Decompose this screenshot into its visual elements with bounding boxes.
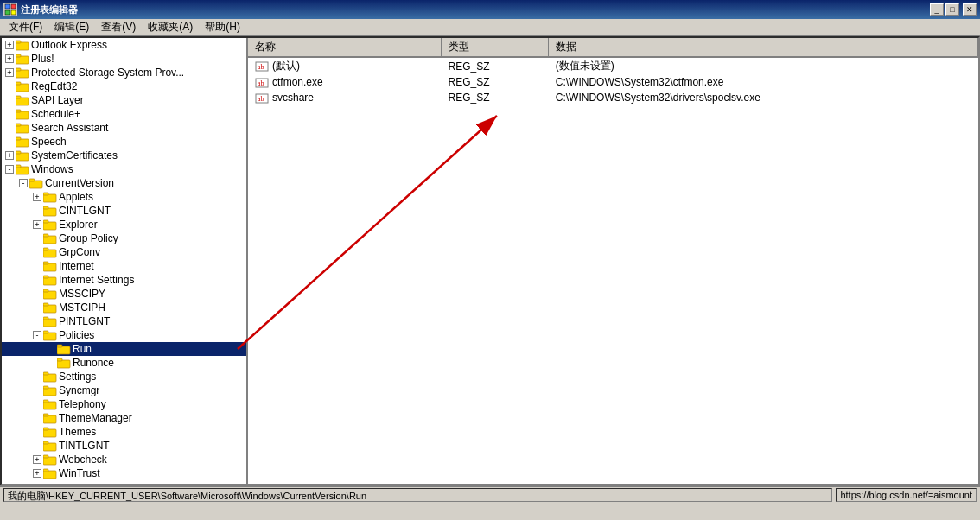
tree-item-applets[interactable]: + Applets bbox=[2, 190, 246, 204]
svg-rect-16 bbox=[16, 125, 29, 133]
tree-item-run[interactable]: Run bbox=[2, 342, 246, 356]
svg-rect-15 bbox=[16, 110, 21, 112]
folder-icon-msscipy bbox=[43, 288, 57, 300]
expand-spacer-cintlgnt bbox=[33, 206, 41, 215]
tree-item-internet[interactable]: Internet bbox=[2, 259, 246, 273]
tree-label-tintlgnt: TINTLGNT bbox=[59, 440, 110, 452]
tree-item-themes[interactable]: Themes bbox=[2, 425, 246, 439]
svg-rect-20 bbox=[16, 153, 29, 161]
svg-rect-38 bbox=[43, 277, 56, 285]
tree-label-policies: Policies bbox=[59, 329, 94, 341]
reg-name: ab (默认) bbox=[248, 57, 442, 75]
expand-btn-currentversion[interactable]: - bbox=[19, 179, 28, 187]
table-row[interactable]: ab ctfmon.exeREG_SZC:\WINDOWS\System32\c… bbox=[248, 75, 978, 91]
tree-item-policies[interactable]: - Policies bbox=[2, 328, 246, 342]
menu-favorites[interactable]: 收藏夹(A) bbox=[143, 18, 198, 36]
tree-label-outlook: Outlook Express bbox=[31, 39, 107, 51]
expand-btn-policies[interactable]: - bbox=[33, 331, 41, 339]
tree-item-syncmgr[interactable]: Syncmgr bbox=[2, 384, 246, 397]
tree-label-applets: Applets bbox=[59, 191, 93, 203]
tree-item-protected[interactable]: + Protected Storage System Prov... bbox=[2, 66, 246, 79]
expand-spacer-grouppolicy bbox=[33, 234, 41, 243]
expand-spacer-scheduleplus bbox=[5, 110, 14, 118]
tree-item-pintlgnt[interactable]: PINTLGNT bbox=[2, 314, 246, 328]
expand-btn-plus[interactable]: + bbox=[5, 54, 14, 63]
tree-item-plus[interactable]: + Plus! bbox=[2, 52, 246, 66]
reg-type: REG_SZ bbox=[442, 90, 549, 105]
folder-icon-systemcerts bbox=[16, 149, 29, 162]
svg-rect-5 bbox=[16, 41, 21, 43]
tree-item-mstciph[interactable]: MSTCIPH bbox=[2, 301, 246, 314]
col-data[interactable]: 数据 bbox=[549, 38, 978, 57]
expand-spacer-searchassistant bbox=[5, 124, 14, 132]
expand-btn-windows[interactable]: - bbox=[5, 165, 14, 174]
maximize-button[interactable]: □ bbox=[945, 3, 959, 16]
svg-rect-3 bbox=[11, 10, 16, 15]
minimize-button[interactable]: _ bbox=[930, 3, 944, 16]
tree-item-outlook[interactable]: + Outlook Express bbox=[2, 38, 246, 52]
table-row[interactable]: ab svcshareREG_SZC:\WINDOWS\System32\dri… bbox=[248, 90, 978, 105]
tree-item-currentversion[interactable]: - CurrentVersion bbox=[2, 176, 246, 190]
svg-rect-9 bbox=[16, 68, 21, 71]
tree-label-searchassistant: Search Assistant bbox=[31, 122, 108, 134]
folder-icon-internetsettings bbox=[43, 274, 57, 286]
menu-edit[interactable]: 编辑(E) bbox=[49, 18, 94, 36]
reg-type: REG_SZ bbox=[442, 57, 549, 75]
title-buttons: _ □ ✕ bbox=[930, 3, 977, 16]
tree-item-grpconv[interactable]: GrpConv bbox=[2, 245, 246, 259]
folder-icon-thememanager bbox=[43, 412, 57, 424]
col-name[interactable]: 名称 bbox=[248, 38, 442, 57]
tree-item-systemcerts[interactable]: + SystemCertificates bbox=[2, 149, 246, 162]
tree-item-webcheck[interactable]: + Webcheck bbox=[2, 453, 246, 466]
tree-item-scheduleplus[interactable]: Schedule+ bbox=[2, 107, 246, 121]
col-type[interactable]: 类型 bbox=[442, 38, 549, 57]
tree-item-telephony[interactable]: Telephony bbox=[2, 397, 246, 411]
tree-item-thememanager[interactable]: ThemeManager bbox=[2, 411, 246, 425]
tree-item-explorer[interactable]: + Explorer bbox=[2, 218, 246, 231]
tree-item-msscipy[interactable]: MSSCIPY bbox=[2, 287, 246, 301]
tree-item-grouppolicy[interactable]: Group Policy bbox=[2, 231, 246, 245]
svg-rect-45 bbox=[43, 317, 48, 320]
close-button[interactable]: ✕ bbox=[963, 3, 977, 16]
tree-item-internetsettings[interactable]: Internet Settings bbox=[2, 273, 246, 287]
svg-rect-18 bbox=[16, 139, 29, 147]
tree-item-regedt32[interactable]: RegEdt32 bbox=[2, 79, 246, 93]
expand-btn-webcheck[interactable]: + bbox=[33, 455, 41, 464]
tree-panel[interactable]: + Outlook Express+ Plus!+ Protected Stor… bbox=[2, 38, 248, 484]
expand-btn-outlook[interactable]: + bbox=[5, 41, 14, 49]
tree-item-speech[interactable]: Speech bbox=[2, 135, 246, 149]
expand-spacer-sapi bbox=[5, 96, 14, 105]
tree-item-tintlgnt[interactable]: TINTLGNT bbox=[2, 439, 246, 453]
folder-icon-applets bbox=[43, 191, 57, 203]
expand-btn-explorer[interactable]: + bbox=[33, 220, 41, 229]
expand-spacer-telephony bbox=[33, 400, 41, 409]
tree-item-settings[interactable]: Settings bbox=[2, 370, 246, 384]
menu-view[interactable]: 查看(V) bbox=[96, 18, 141, 36]
svg-rect-67 bbox=[43, 469, 48, 472]
expand-btn-applets[interactable]: + bbox=[33, 193, 41, 201]
tree-item-searchassistant[interactable]: Search Assistant bbox=[2, 121, 246, 135]
menu-file[interactable]: 文件(F) bbox=[3, 18, 48, 36]
expand-btn-systemcerts[interactable]: + bbox=[5, 151, 14, 160]
svg-rect-49 bbox=[57, 345, 62, 347]
tree-label-webcheck: Webcheck bbox=[59, 453, 107, 466]
table-row[interactable]: ab (默认)REG_SZ(数值未设置) bbox=[248, 57, 978, 75]
menu-help[interactable]: 帮助(H) bbox=[200, 18, 245, 36]
svg-text:ab: ab bbox=[258, 79, 264, 87]
svg-rect-40 bbox=[43, 291, 56, 299]
expand-btn-wintrust[interactable]: + bbox=[33, 469, 41, 478]
svg-rect-32 bbox=[43, 236, 56, 244]
status-bar: 我的电脑\HKEY_CURRENT_USER\Software\Microsof… bbox=[0, 485, 980, 503]
tree-item-runonce[interactable]: Runonce bbox=[2, 356, 246, 370]
expand-btn-protected[interactable]: + bbox=[5, 68, 14, 77]
tree-item-wintrust[interactable]: + WinTrust bbox=[2, 466, 246, 480]
right-panel: 名称 类型 数据 ab (默认)REG_SZ(数值未设置) ab ctfmon.… bbox=[248, 38, 978, 484]
tree-label-runonce: Runonce bbox=[73, 357, 114, 369]
tree-item-cintlgnt[interactable]: CINTLGNT bbox=[2, 204, 246, 218]
tree-item-sapi[interactable]: SAPI Layer bbox=[2, 93, 246, 107]
svg-rect-36 bbox=[43, 263, 56, 271]
tree-item-windows[interactable]: - Windows bbox=[2, 162, 246, 176]
reg-data: C:\WINDOWS\System32\ctfmon.exe bbox=[549, 75, 978, 91]
svg-rect-37 bbox=[43, 262, 48, 264]
svg-rect-51 bbox=[57, 358, 62, 361]
